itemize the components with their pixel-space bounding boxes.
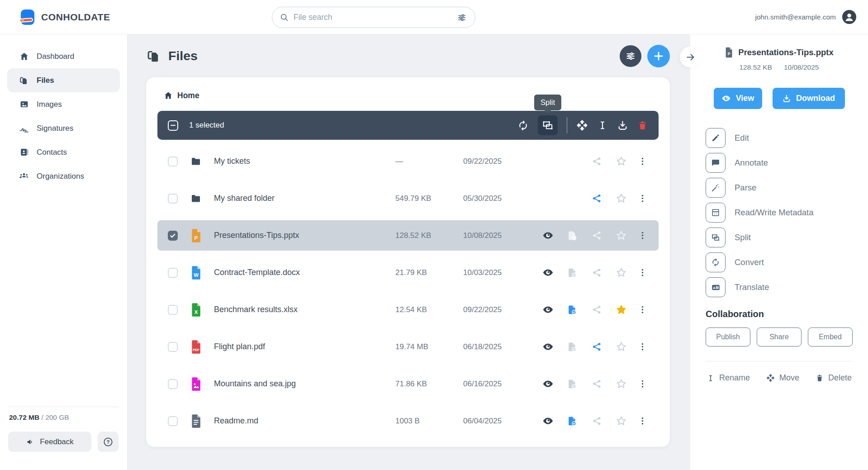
- preview-eye-icon[interactable]: [536, 378, 560, 389]
- file-check-icon[interactable]: [560, 230, 584, 241]
- feedback-button[interactable]: Feedback: [8, 432, 91, 452]
- share-icon[interactable]: [584, 304, 609, 315]
- user-avatar[interactable]: [842, 10, 856, 24]
- preview-eye-icon[interactable]: [536, 230, 560, 241]
- more-options-icon[interactable]: [633, 231, 651, 240]
- star-icon[interactable]: [609, 156, 633, 167]
- file-check-icon[interactable]: [560, 379, 584, 389]
- star-icon[interactable]: [609, 341, 633, 352]
- sidebar-item-organizations[interactable]: Organizations: [0, 164, 127, 188]
- action-edit[interactable]: Edit: [706, 128, 853, 148]
- file-row[interactable]: X Benchmark results.xlsx 12.54 KB 09/22/…: [157, 294, 659, 325]
- rename-button[interactable]: Rename: [707, 373, 750, 383]
- share-button[interactable]: Share: [757, 328, 802, 347]
- row-checkbox[interactable]: [168, 305, 178, 315]
- star-icon[interactable]: [609, 230, 633, 241]
- row-checkbox[interactable]: [168, 342, 178, 352]
- split-icon[interactable]: [706, 228, 726, 247]
- more-options-icon[interactable]: [633, 379, 651, 389]
- search-filter-sliders-icon[interactable]: [457, 13, 467, 23]
- preview-eye-icon[interactable]: [536, 415, 560, 427]
- move-icon[interactable]: [576, 119, 588, 131]
- share-icon[interactable]: [584, 230, 609, 241]
- file-row[interactable]: Mountains and sea.jpg 71.86 KB 06/16/202…: [157, 369, 659, 399]
- star-icon[interactable]: [609, 267, 633, 278]
- sidebar-item-images[interactable]: Images: [0, 92, 127, 116]
- star-icon[interactable]: [609, 193, 633, 204]
- comment-icon[interactable]: [706, 153, 726, 173]
- magic-wand-icon[interactable]: [706, 178, 726, 198]
- sidebar-item-files[interactable]: Files: [7, 68, 120, 92]
- sidebar-item-signatures[interactable]: Signatures: [0, 116, 127, 140]
- file-row[interactable]: Readme.md 1003 B 06/04/2025: [157, 406, 659, 436]
- more-options-icon[interactable]: [633, 416, 651, 426]
- more-options-icon[interactable]: [633, 268, 651, 277]
- file-row[interactable]: P Presentations-Tips.pptx 128.52 KB 10/0…: [157, 220, 659, 251]
- file-row[interactable]: My shared folder 549.79 KB 05/30/2025: [157, 183, 659, 214]
- search-input[interactable]: [294, 13, 457, 22]
- row-checkbox[interactable]: [168, 194, 178, 204]
- preview-eye-icon[interactable]: [536, 267, 560, 278]
- breadcrumb-home[interactable]: Home: [164, 88, 659, 103]
- svg-text:W: W: [194, 272, 199, 277]
- row-checkbox[interactable]: [168, 231, 178, 241]
- action-split[interactable]: Split: [706, 228, 853, 247]
- more-options-icon[interactable]: [633, 157, 651, 166]
- more-options-icon[interactable]: [633, 194, 651, 203]
- file-row[interactable]: PDF Flight plan.pdf 19.74 MB 06/18/2025: [157, 332, 659, 362]
- row-checkbox[interactable]: [168, 416, 178, 426]
- files-title-icon: [146, 48, 161, 64]
- share-icon[interactable]: [584, 416, 609, 426]
- publish-button[interactable]: Publish: [706, 328, 750, 347]
- share-icon[interactable]: [584, 267, 609, 278]
- file-date: 09/22/2025: [463, 305, 536, 314]
- more-options-icon[interactable]: [633, 305, 651, 314]
- translate-icon[interactable]: AZ: [706, 277, 726, 297]
- download-icon[interactable]: [617, 120, 628, 131]
- convert-refresh-icon[interactable]: [706, 252, 726, 272]
- share-icon[interactable]: [584, 156, 609, 166]
- row-checkbox[interactable]: [168, 268, 178, 278]
- rename-ibeam-icon[interactable]: [597, 120, 608, 131]
- action-metadata[interactable]: Read/Write Metadata: [706, 203, 853, 223]
- select-all-checkbox[interactable]: [168, 120, 178, 131]
- action-annotate[interactable]: Annotate: [706, 153, 853, 173]
- add-file-button[interactable]: [647, 45, 670, 67]
- action-parse[interactable]: Parse: [706, 178, 853, 198]
- table-icon[interactable]: [706, 203, 726, 223]
- embed-button[interactable]: Embed: [808, 328, 853, 347]
- file-row[interactable]: W Contract-Template.docx 21.79 KB 10/03/…: [157, 257, 659, 288]
- sidebar-item-contacts[interactable]: Contacts: [0, 140, 127, 164]
- file-check-icon[interactable]: [560, 304, 584, 315]
- file-check-icon[interactable]: [560, 342, 584, 352]
- sidebar-item-dashboard[interactable]: Dashboard: [0, 44, 127, 68]
- delete-trash-icon[interactable]: [637, 120, 648, 131]
- file-search-bar[interactable]: [272, 7, 475, 28]
- share-icon[interactable]: [584, 342, 609, 352]
- file-check-icon[interactable]: [560, 416, 584, 427]
- more-options-icon[interactable]: [633, 342, 651, 351]
- file-row[interactable]: My tickets — 09/22/2025: [157, 146, 659, 176]
- convert-refresh-icon[interactable]: [517, 120, 529, 131]
- view-settings-button[interactable]: [620, 45, 641, 67]
- row-checkbox[interactable]: [168, 379, 178, 389]
- split-icon[interactable]: Split: [538, 115, 558, 135]
- action-translate[interactable]: AZ Translate: [706, 277, 853, 297]
- row-checkbox[interactable]: [168, 157, 178, 166]
- view-button[interactable]: View: [714, 88, 762, 109]
- help-button[interactable]: ?: [98, 432, 119, 452]
- share-icon[interactable]: [584, 379, 609, 389]
- share-icon[interactable]: [584, 193, 609, 204]
- star-icon[interactable]: [609, 304, 633, 315]
- star-icon[interactable]: [609, 378, 633, 389]
- preview-eye-icon[interactable]: [536, 341, 560, 352]
- action-convert[interactable]: Convert: [706, 252, 853, 272]
- delete-button[interactable]: Delete: [816, 373, 852, 383]
- file-check-icon[interactable]: [560, 267, 584, 278]
- preview-eye-icon[interactable]: [536, 304, 560, 315]
- pencil-icon[interactable]: [706, 128, 726, 148]
- star-icon[interactable]: [609, 415, 633, 427]
- download-button[interactable]: Download: [773, 88, 845, 109]
- move-button[interactable]: Move: [766, 373, 799, 383]
- collapse-panel-arrow-icon[interactable]: [680, 47, 701, 67]
